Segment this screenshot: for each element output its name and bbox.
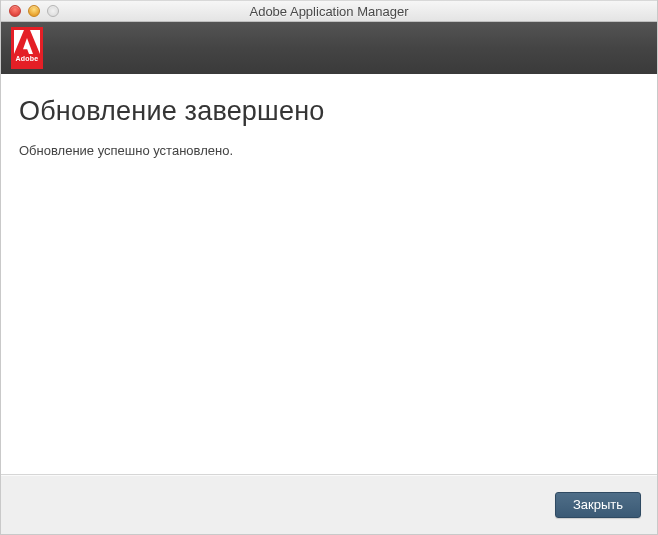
traffic-lights — [9, 5, 59, 17]
window-minimize-button[interactable] — [28, 5, 40, 17]
page-title: Обновление завершено — [19, 96, 639, 127]
header-strip: Adobe — [1, 22, 657, 74]
adobe-brand-text: Adobe — [16, 55, 39, 62]
adobe-logo: Adobe — [11, 27, 43, 69]
app-window: Adobe Application Manager Adobe Обновлен… — [0, 0, 658, 535]
window-zoom-button[interactable] — [47, 5, 59, 17]
window-title: Adobe Application Manager — [1, 4, 657, 19]
window-close-button[interactable] — [9, 5, 21, 17]
content-area: Обновление завершено Обновление успешно … — [1, 74, 657, 474]
status-text: Обновление успешно установлено. — [19, 143, 639, 158]
footer: Закрыть — [1, 474, 657, 534]
titlebar[interactable]: Adobe Application Manager — [1, 0, 657, 22]
close-button[interactable]: Закрыть — [555, 492, 641, 518]
adobe-a-icon — [14, 30, 40, 54]
